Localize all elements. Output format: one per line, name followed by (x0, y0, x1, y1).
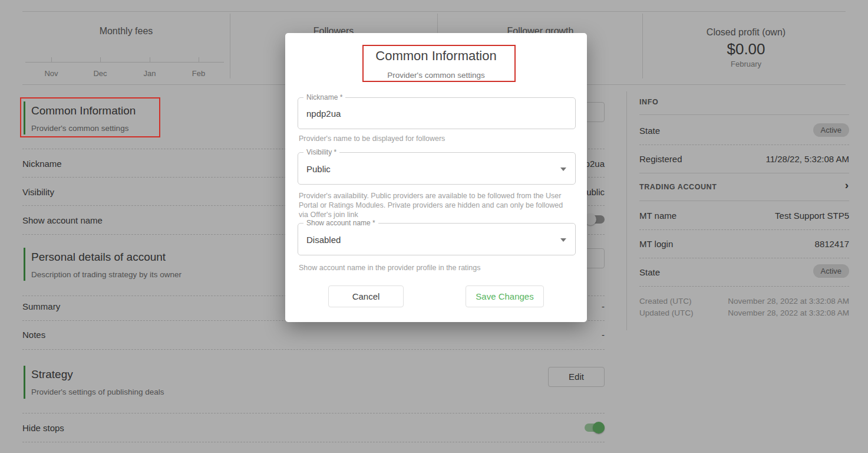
show-account-name-select-value: Disabled (306, 234, 341, 244)
visibility-helper-text: Provider's availability. Public provider… (299, 191, 571, 219)
nickname-helper-text: Provider's name to be displayed for foll… (299, 134, 571, 143)
save-changes-button[interactable]: Save Changes (466, 285, 544, 307)
visibility-select-label: Visibility * (303, 148, 339, 156)
visibility-select-value: Public (306, 163, 331, 173)
nickname-input-value: npdp2ua (306, 109, 341, 119)
annotation-box-modal-title (362, 45, 516, 82)
show-account-name-helper-text: Show account name in the provider profil… (299, 263, 571, 273)
dropdown-arrow-icon (560, 168, 566, 171)
show-account-name-select[interactable]: Show account name * Disabled (298, 223, 576, 255)
nickname-input-label: Nickname * (303, 93, 345, 101)
nickname-input[interactable]: Nickname * npdp2ua (298, 97, 576, 129)
cancel-button[interactable]: Cancel (328, 285, 404, 307)
visibility-select[interactable]: Visibility * Public (298, 152, 576, 185)
annotation-box-section-title (20, 97, 160, 137)
show-account-name-select-label: Show account name * (303, 219, 378, 227)
dropdown-arrow-icon (560, 238, 566, 242)
